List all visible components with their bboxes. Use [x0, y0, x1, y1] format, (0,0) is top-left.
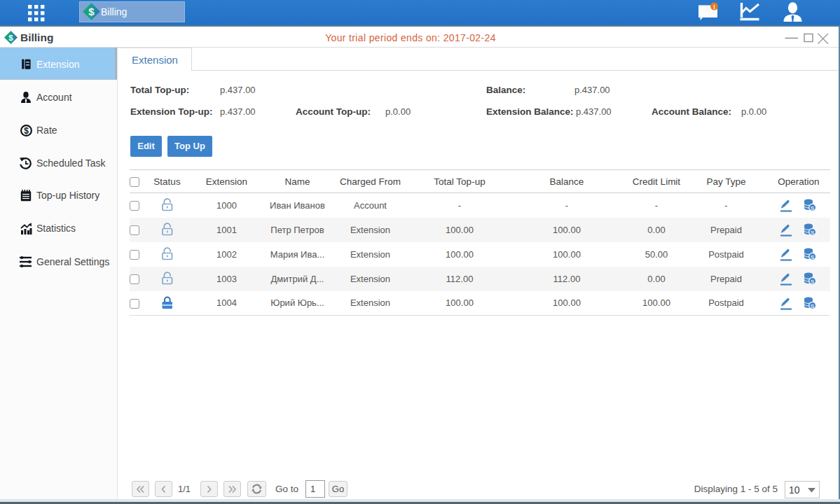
svg-text:$: $	[88, 6, 95, 18]
svg-text:!: !	[713, 4, 715, 10]
svg-text:$: $	[24, 126, 29, 136]
